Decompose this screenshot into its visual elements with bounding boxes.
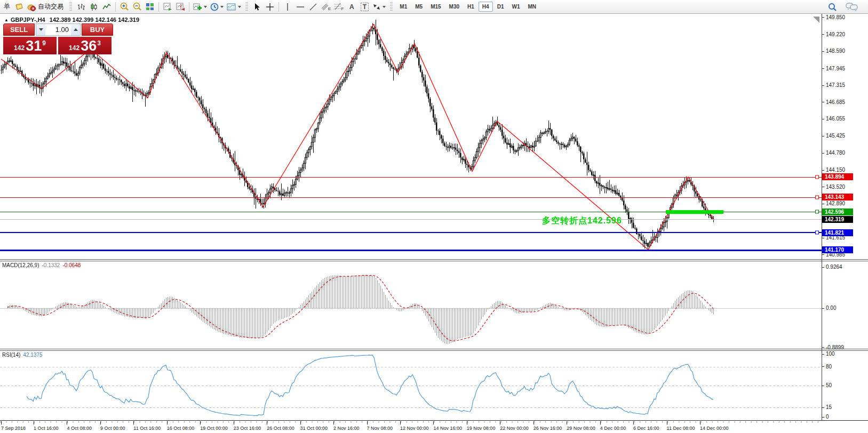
price-tag-141.170[interactable]: 141.170	[822, 246, 853, 253]
rsi-axis-label: 80	[826, 364, 832, 370]
sell-price-box[interactable]: 142319	[3, 37, 57, 54]
time-axis-label: 14 Dec 00:00	[700, 426, 729, 431]
price-axis-tick-label: 146.685	[826, 99, 845, 105]
timeframe-m30-button[interactable]: M30	[445, 2, 463, 12]
price-tag-143.143[interactable]: 143.143	[822, 194, 853, 201]
time-axis-label: 1 Oct 16:00	[34, 426, 59, 431]
up-arrow-icon	[74, 28, 78, 31]
volume-control	[36, 23, 81, 36]
rsi-axis-tick	[822, 417, 824, 418]
time-axis-label: 23 Oct 16:00	[234, 426, 261, 431]
price-axis-tick	[822, 68, 824, 69]
time-axis-label: 9 Oct 00:00	[100, 426, 125, 431]
macd-signal-value: -0.0648	[62, 262, 81, 268]
tile-windows-icon	[146, 3, 154, 11]
chat-icon[interactable]	[846, 2, 858, 12]
trendline-tool[interactable]	[307, 2, 319, 12]
zoom-out-button[interactable]	[131, 2, 143, 12]
indicators-add-icon	[193, 3, 202, 11]
templates-button[interactable]	[226, 2, 242, 12]
mt4-window: 单 自动交易	[0, 0, 868, 433]
rsi-canvas[interactable]	[0, 351, 822, 420]
crosshair-button[interactable]	[264, 2, 276, 12]
autotrading-button[interactable]: 自动交易	[26, 2, 66, 12]
timeframe-mn-button[interactable]: MN	[524, 2, 540, 12]
text-label-tool[interactable]: T	[359, 2, 370, 12]
timeframe-h1-button[interactable]: H1	[464, 2, 478, 12]
time-axis-label: 7 Sep 2018	[1, 426, 26, 431]
symbol-marker-icon: ▲	[4, 18, 9, 22]
rsi-indicator-label: RSI(14)42.1375	[2, 352, 43, 358]
tile-windows-button[interactable]	[144, 2, 156, 12]
chart-text-annotation: 多空转折点142.596	[542, 215, 622, 227]
price-tag-141.821[interactable]: 141.821	[822, 229, 853, 236]
timeframe-m15-button[interactable]: M15	[427, 2, 444, 12]
price-chart-canvas[interactable]	[0, 14, 822, 259]
buy-price-box[interactable]: 142363	[58, 37, 112, 54]
price-tag-142.319[interactable]: 142.319	[822, 216, 853, 223]
vertical-line-tool[interactable]	[282, 2, 293, 12]
volume-increase-button[interactable]	[71, 24, 80, 35]
price-axis-tick-label: 149.220	[826, 31, 845, 37]
timeframe-m5-button[interactable]: M5	[411, 2, 426, 12]
dropdown-caret-icon	[383, 6, 386, 8]
price-axis-tick-label: 142.890	[826, 201, 845, 206]
bar-chart-button[interactable]	[75, 2, 87, 12]
time-axis-label: 19 Nov 08:00	[467, 426, 496, 431]
time-axis-label: 6 Dec 16:00	[633, 426, 659, 431]
price-tag-142.596[interactable]: 142.596	[822, 209, 853, 215]
volume-input[interactable]	[45, 24, 71, 35]
macd-canvas[interactable]	[0, 261, 822, 349]
zoom-in-button[interactable]	[118, 2, 130, 12]
history-button[interactable]	[13, 2, 25, 12]
macd-axis-tick	[822, 308, 824, 309]
price-axis-tick-label: 147.945	[826, 66, 845, 71]
price-axis-tick-label: 148.590	[826, 48, 845, 54]
timeframe-d1-button[interactable]: D1	[493, 2, 508, 12]
indicators-button[interactable]	[192, 2, 208, 12]
line-chart-button[interactable]	[101, 2, 113, 12]
time-axis-label: 2 Nov 16:00	[333, 426, 360, 431]
price-tag-143.894[interactable]: 143.894	[822, 173, 853, 180]
price-axis-tick-label: 147.315	[826, 82, 845, 88]
equidistant-channel-tool[interactable]: E	[320, 2, 332, 12]
price-axis-tick	[822, 102, 824, 102]
search-icon[interactable]	[827, 2, 837, 12]
buy-button[interactable]: BUY	[82, 23, 113, 36]
time-axis-label: 4 Dec 00:00	[600, 426, 626, 431]
time-axis[interactable]: 7 Sep 20181 Oct 16:004 Oct 08:009 Oct 00…	[0, 420, 868, 433]
macd-axis-label: -0.8899	[826, 344, 844, 350]
cursor-button[interactable]	[251, 2, 263, 12]
timeframe-group: M1M5M15M30H1H4D1W1MN	[396, 2, 540, 12]
candlestick-chart-button[interactable]	[88, 2, 100, 12]
time-ticks-canvas	[0, 421, 822, 426]
rsi-value: 42.1375	[23, 352, 42, 358]
fibonacci-tool[interactable]: F	[333, 2, 345, 12]
time-axis-label: 19 Oct 00:00	[200, 426, 228, 431]
volume-decrease-button[interactable]	[36, 24, 45, 35]
candlestick-chart-icon	[90, 3, 98, 11]
timeframe-w1-button[interactable]: W1	[508, 2, 523, 12]
arrows-tool[interactable]	[371, 2, 387, 12]
new-order-label[interactable]: 单	[2, 2, 12, 11]
periods-button[interactable]	[209, 2, 225, 12]
template-icon	[227, 3, 236, 11]
line-chart-icon	[102, 3, 111, 11]
fibo-sub-label: F	[341, 6, 344, 11]
channel-sub-label: E	[328, 6, 331, 11]
chart-shift-button[interactable]	[174, 2, 186, 12]
price-axis-tick	[822, 187, 824, 187]
timeframe-h4-button[interactable]: H4	[479, 2, 493, 12]
sell-price-sup: 9	[42, 39, 46, 47]
rsi-axis-label: 50	[826, 382, 832, 388]
timeframe-m1-button[interactable]: M1	[396, 2, 411, 12]
buy-price-base: 142	[69, 44, 79, 52]
text-tool[interactable]: A	[346, 2, 357, 12]
dropdown-caret-icon	[204, 6, 207, 8]
price-axis-tick-label: 144.150	[826, 167, 845, 173]
horizontal-line-tool[interactable]	[294, 2, 306, 12]
macd-indicator-label: MACD(12,26,9)-0.1332-0.0648	[2, 262, 81, 268]
yellow-tag-icon	[14, 3, 23, 11]
auto-scroll-button[interactable]	[162, 2, 173, 12]
sell-button[interactable]: SELL	[3, 23, 35, 36]
